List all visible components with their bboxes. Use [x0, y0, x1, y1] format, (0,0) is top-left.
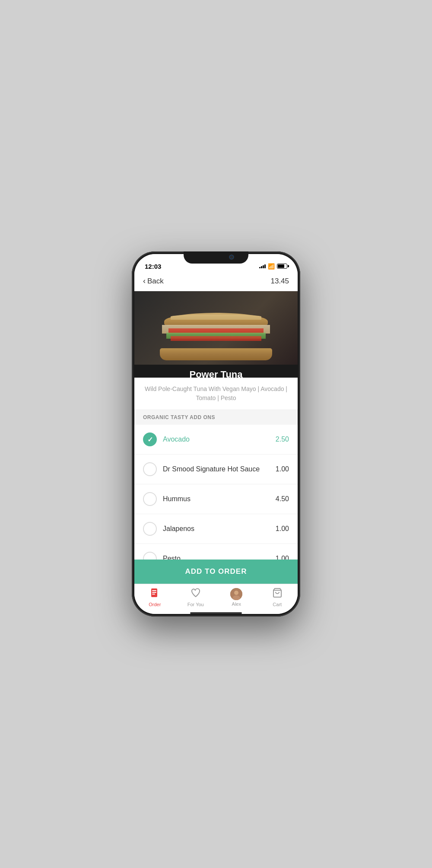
svg-rect-2 [152, 592, 156, 593]
addon-name-avocado: Avocado [163, 436, 276, 443]
battery-icon [277, 264, 287, 269]
addon-price-avocado: 2.50 [276, 436, 289, 443]
tab-alex-label: Alex [232, 601, 241, 607]
product-description: Wild Pole-Caught Tuna With Vegan Mayo | … [143, 385, 289, 403]
status-time: 12:03 [145, 263, 161, 270]
tab-order[interactable]: Order [134, 588, 175, 607]
addon-name-jalapenos: Jalapenos [163, 525, 276, 533]
description-section: Wild Pole-Caught Tuna With Vegan Mayo | … [134, 378, 298, 410]
tab-for-you-label: For You [187, 602, 204, 607]
addon-checkbox-avocado[interactable]: ✓ [143, 432, 157, 446]
addon-name-hummus: Hummus [163, 495, 276, 503]
svg-point-5 [234, 591, 238, 595]
addon-checkbox-pesto[interactable] [143, 552, 157, 560]
camera [229, 255, 234, 259]
addon-price-hot-sauce: 1.00 [276, 465, 289, 473]
addon-checkbox-hummus[interactable] [143, 492, 157, 506]
product-image [134, 291, 298, 365]
item-price: 13.45 [270, 277, 289, 286]
notch [184, 251, 248, 264]
addon-checkbox-hot-sauce[interactable] [143, 462, 157, 476]
back-button[interactable]: ‹ Back [143, 277, 164, 286]
wifi-icon: 📶 [268, 263, 275, 270]
content-scroll[interactable]: Wild Pole-Caught Tuna With Vegan Mayo | … [134, 378, 298, 560]
nav-header: ‹ Back 13.45 [134, 273, 298, 291]
home-indicator [190, 612, 242, 614]
addon-price-jalapenos: 1.00 [276, 525, 289, 533]
sandwich-illustration [160, 313, 272, 360]
addon-item-pesto[interactable]: Pesto 1.00 [134, 544, 298, 560]
svg-rect-3 [152, 594, 155, 595]
tab-bar: Order For You [134, 584, 298, 614]
avatar [230, 588, 242, 600]
addons-section-header: ORGANIC TASTY ADD ONS [134, 410, 298, 425]
checkmark-icon: ✓ [147, 436, 153, 444]
addon-checkbox-jalapenos[interactable] [143, 522, 157, 536]
addon-item-hummus[interactable]: Hummus 4.50 [134, 484, 298, 514]
addon-item-avocado[interactable]: ✓ Avocado 2.50 [134, 425, 298, 455]
tab-order-label: Order [149, 602, 161, 607]
addon-name-hot-sauce: Dr Smood Signature Hot Sauce [163, 465, 276, 473]
signal-icon [259, 264, 266, 268]
tab-cart[interactable]: Cart [257, 588, 298, 607]
for-you-icon [191, 588, 201, 601]
addon-item-hot-sauce[interactable]: Dr Smood Signature Hot Sauce 1.00 [134, 455, 298, 484]
svg-rect-1 [152, 590, 156, 591]
back-chevron-icon: ‹ [143, 277, 146, 286]
addon-price-hummus: 4.50 [276, 495, 289, 503]
screen: 12:03 📶 ‹ Back 13.45 [134, 254, 298, 614]
cart-icon [272, 588, 283, 601]
phone-frame: 12:03 📶 ‹ Back 13.45 [132, 251, 300, 617]
product-title: Power Tuna [134, 365, 298, 378]
order-icon [149, 588, 160, 601]
addon-price-pesto: 1.00 [276, 555, 289, 560]
tab-alex[interactable]: Alex [216, 588, 257, 607]
back-label: Back [147, 277, 164, 286]
addon-item-jalapenos[interactable]: Jalapenos 1.00 [134, 514, 298, 544]
addon-name-pesto: Pesto [163, 555, 276, 560]
tab-for-you[interactable]: For You [175, 588, 216, 607]
add-to-order-button[interactable]: ADD TO ORDER [134, 560, 298, 584]
hero-section: Power Tuna [134, 291, 298, 378]
status-icons: 📶 [259, 263, 287, 270]
tab-cart-label: Cart [273, 602, 282, 607]
